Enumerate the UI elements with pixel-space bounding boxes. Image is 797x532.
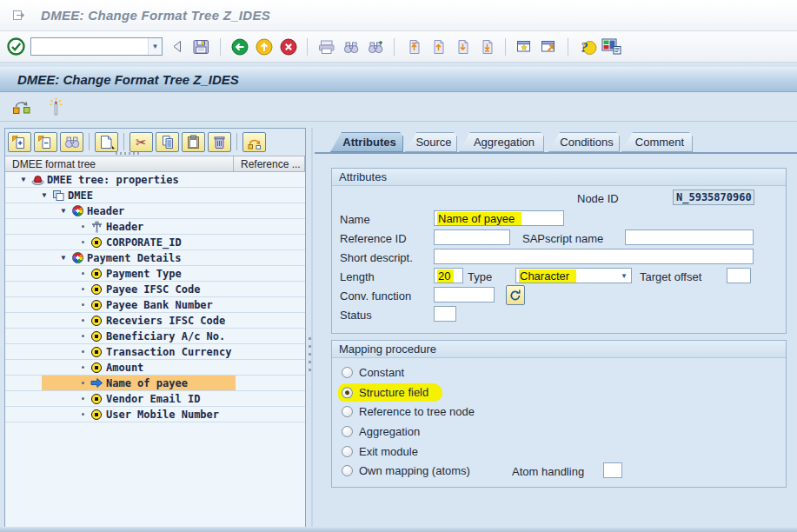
- save-icon[interactable]: [191, 37, 211, 57]
- page-next-icon[interactable]: [452, 37, 472, 57]
- length-input[interactable]: 20: [434, 268, 463, 283]
- tree-node-amount[interactable]: Amount: [5, 360, 305, 376]
- paste-icon[interactable]: [182, 132, 205, 152]
- cancel-icon[interactable]: [278, 37, 298, 57]
- tree-node-user-mobile-number[interactable]: User Mobile Number: [5, 407, 305, 422]
- shortcut-icon[interactable]: [539, 37, 559, 57]
- window-menu-icon[interactable]: [9, 5, 29, 26]
- leaf-bullet: [76, 335, 89, 337]
- drag-handle[interactable]: [116, 152, 140, 155]
- tab-attributes[interactable]: Attributes: [330, 132, 403, 152]
- help-icon[interactable]: ?: [577, 37, 597, 57]
- new-session-icon[interactable]: [515, 37, 535, 57]
- create-node-icon[interactable]: [95, 132, 118, 152]
- tree-node-corporate-id[interactable]: CORPORATE_ID: [5, 235, 305, 250]
- command-dropdown-icon[interactable]: ▼: [148, 38, 162, 55]
- find-icon[interactable]: [341, 37, 361, 57]
- tree-node-name-of-payee[interactable]: Name of payee: [5, 376, 305, 391]
- splitter-handle[interactable]: [309, 337, 311, 374]
- tree-node-payment-type[interactable]: Payment Type: [5, 266, 305, 282]
- radio-button-icon[interactable]: [342, 465, 353, 476]
- conv-function-input[interactable]: [434, 287, 495, 303]
- tree-node-beneficiary-a-c-no[interactable]: Beneficiary A/c No.: [5, 329, 305, 344]
- tree-node-dmee-tree-properties[interactable]: ▼DMEE tree: properties: [5, 172, 305, 188]
- page-prev-icon[interactable]: [428, 37, 448, 57]
- radio-option-structure-field[interactable]: Structure field: [342, 386, 442, 402]
- element-node-icon: [89, 394, 104, 404]
- radio-button-icon[interactable]: [342, 446, 353, 457]
- radio-button-icon[interactable]: [342, 367, 353, 378]
- bullet-dot: [82, 272, 84, 275]
- radio-option-constant[interactable]: Constant: [342, 366, 404, 379]
- reference-id-input[interactable]: [434, 229, 510, 245]
- length-value-highlight: 20: [437, 269, 454, 283]
- tab-comment[interactable]: Comment: [621, 132, 693, 152]
- back-icon[interactable]: [229, 37, 249, 57]
- tab-source[interactable]: Source: [405, 132, 457, 152]
- atom-handling-input[interactable]: [603, 462, 622, 478]
- tree-node-transaction-currency[interactable]: Transaction Currency: [5, 344, 305, 360]
- sapscript-name-input[interactable]: [625, 229, 754, 245]
- enter-check-icon[interactable]: [6, 37, 26, 57]
- activate-icon[interactable]: [46, 96, 66, 117]
- tree-node-payee-bank-number[interactable]: Payee Bank Number: [5, 297, 305, 313]
- copy-icon[interactable]: [156, 132, 179, 152]
- tab-label: Comment: [635, 136, 684, 149]
- expander-icon[interactable]: ▼: [38, 191, 50, 199]
- radio-button-icon[interactable]: [342, 426, 353, 437]
- tree-node-dmee[interactable]: ▼DMEE: [5, 188, 305, 203]
- window-bottom-edge: [0, 528, 797, 532]
- expander-icon[interactable]: ▼: [17, 176, 30, 183]
- tree-node-header[interactable]: ▼Header: [5, 203, 305, 219]
- status-input[interactable]: [434, 306, 456, 322]
- tree-header-reference[interactable]: Reference ...: [234, 156, 305, 172]
- customize-icon[interactable]: [601, 37, 621, 57]
- tree-node-receviers-ifsc-code[interactable]: Receviers IFSC Code: [5, 313, 305, 329]
- resequence-icon[interactable]: [242, 132, 266, 152]
- type-dropdown[interactable]: Character ▼: [515, 268, 632, 283]
- arrow-node-icon: [89, 377, 104, 389]
- expander-icon[interactable]: ▼: [57, 254, 70, 262]
- radio-option-own-mapping-atoms[interactable]: Own mapping (atoms): [342, 464, 470, 477]
- type-label: Type: [468, 270, 492, 283]
- tree-node-payment-details[interactable]: ▼Payment Details: [5, 250, 305, 266]
- tree-node-label: CORPORATE_ID: [106, 236, 182, 249]
- expand-all-icon[interactable]: [8, 132, 31, 152]
- up-icon[interactable]: [254, 37, 274, 57]
- tree-find-icon[interactable]: [60, 132, 83, 152]
- tree-header-format-tree[interactable]: DMEE format tree: [5, 156, 234, 172]
- tab-conditions[interactable]: Conditions: [548, 132, 620, 152]
- tree-node-vendor-email-id[interactable]: Vendor Email ID: [5, 391, 305, 407]
- cut-icon[interactable]: ✂: [130, 132, 153, 152]
- page-first-icon[interactable]: [403, 37, 423, 57]
- tab-aggregation[interactable]: Aggregation: [459, 132, 544, 152]
- tree-node-payee-ifsc-code[interactable]: Payee IFSC Code: [5, 282, 305, 297]
- radio-option-aggregation[interactable]: Aggregation: [342, 425, 420, 438]
- leaf-bullet: [76, 303, 89, 306]
- radio-button-icon[interactable]: [342, 387, 353, 398]
- name-input[interactable]: Name of payee: [434, 210, 564, 226]
- enter-key-icon[interactable]: [167, 37, 187, 57]
- tree-node-header[interactable]: Header: [5, 219, 305, 235]
- radio-option-reference-to-tree-node[interactable]: Reference to tree node: [342, 405, 475, 418]
- short-description-label: Short descript.: [340, 251, 413, 264]
- toggle-change-icon[interactable]: [11, 96, 32, 117]
- find-next-icon[interactable]: [365, 37, 385, 57]
- conv-function-loop-button[interactable]: [506, 285, 525, 305]
- screen-title: DMEE: Change Format Tree Z_IDES: [17, 72, 239, 87]
- delete-icon[interactable]: [208, 132, 231, 152]
- command-field[interactable]: ▼: [30, 37, 163, 56]
- command-input[interactable]: [31, 39, 148, 54]
- page-last-icon[interactable]: [476, 37, 496, 57]
- print-icon[interactable]: [316, 37, 336, 57]
- panel-splitter[interactable]: [311, 128, 313, 527]
- type-dropdown-arrow-icon[interactable]: ▼: [617, 272, 631, 280]
- tab-label: Attributes: [342, 136, 395, 149]
- radio-button-icon[interactable]: [342, 406, 353, 417]
- short-description-input[interactable]: [434, 249, 754, 264]
- bullet-dot: [82, 335, 84, 337]
- collapse-all-icon[interactable]: [34, 132, 57, 152]
- target-offset-input[interactable]: [727, 268, 751, 283]
- expander-icon[interactable]: ▼: [57, 207, 70, 215]
- radio-option-exit-module[interactable]: Exit module: [342, 445, 418, 458]
